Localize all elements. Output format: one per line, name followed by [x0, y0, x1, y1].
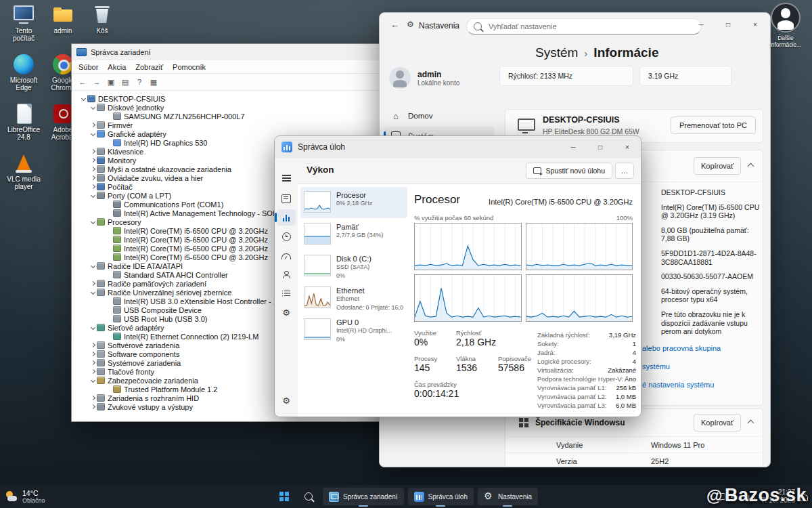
taskbar-app-device-manager[interactable]: Správca zariadení: [323, 488, 404, 505]
controller-icon: [113, 271, 121, 278]
window-button[interactable]: ▣: [104, 76, 118, 89]
minimize-button[interactable]: ─: [687, 13, 715, 36]
cpu-title: Procesor: [414, 193, 460, 207]
rail-item-services[interactable]: [277, 304, 296, 320]
rail-item-performance[interactable]: [277, 209, 296, 226]
rail-item-processes[interactable]: [277, 190, 296, 207]
windows-spec-card: Špecifikácie Windowsu Kopírovať Vydanie …: [505, 408, 763, 467]
computer-button[interactable]: ▦: [147, 76, 160, 89]
tree-expander-icon[interactable]: [89, 343, 97, 347]
taskbar-app-task-manager[interactable]: Správca úloh: [408, 488, 474, 505]
perf-list-item[interactable]: GPU 0 Intel(R) HD Graphi... 0%: [300, 314, 407, 345]
tree-expander-icon[interactable]: [89, 291, 97, 294]
chevron-up-icon[interactable]: [748, 420, 754, 427]
rail-item-menu[interactable]: [277, 170, 296, 186]
settings-link[interactable]: systému: [642, 362, 721, 371]
cpu-stats: Využitie 0% Rýchlosť 2,18 GHz Procesy 14…: [414, 329, 545, 406]
computer-icon: [97, 183, 105, 190]
tree-expander-icon[interactable]: [89, 361, 97, 364]
usb-icon: [97, 289, 105, 296]
desktop-icon[interactable]: LibreOffice 24.8: [5, 103, 43, 152]
computer-icon: [87, 95, 95, 102]
tree-expander-icon[interactable]: [89, 185, 97, 188]
list-button[interactable]: ▤: [118, 76, 132, 89]
breadcrumb-parent[interactable]: Systém: [535, 45, 578, 60]
menu-item[interactable]: Súbor: [74, 63, 103, 71]
run-new-task-button[interactable]: Spustiť novú úlohu: [526, 163, 612, 179]
disk-icon: [97, 104, 105, 111]
user-card[interactable]: admin Lokálne konto: [389, 67, 459, 89]
desktop-icon[interactable]: Microsoft Edge: [5, 54, 43, 103]
tree-expander-icon[interactable]: [89, 167, 97, 171]
rail-item-startup[interactable]: [277, 247, 296, 263]
start-icon: [279, 492, 289, 501]
maximize-button[interactable]: □: [587, 136, 614, 158]
settings-link[interactable]: é nastavenia systému: [642, 381, 721, 389]
menu-item[interactable]: Zobraziť: [131, 63, 168, 71]
search-input[interactable]: [487, 22, 694, 31]
back-button[interactable]: ←: [76, 76, 89, 89]
settings-search[interactable]: [466, 18, 702, 35]
tree-expander-icon[interactable]: [89, 326, 97, 329]
tree-expander-icon[interactable]: [89, 370, 97, 373]
search-button[interactable]: [298, 488, 319, 505]
taskbar: 14°C Oblačno Správca zariadení Správca ú…: [0, 485, 812, 508]
settings-link[interactable]: alebo pracovná skupina: [642, 344, 721, 352]
tree-expander-icon[interactable]: [89, 106, 97, 109]
rename-pc-button[interactable]: Premenovať toto PC: [671, 117, 756, 134]
chevron-up-icon[interactable]: [748, 163, 754, 170]
copy-button[interactable]: Kopírovať: [694, 414, 741, 431]
maximize-button[interactable]: □: [715, 13, 742, 36]
rail-item-users[interactable]: [277, 266, 296, 282]
forward-button[interactable]: →: [90, 76, 104, 89]
rail-item-settings[interactable]: [277, 392, 296, 408]
copy-button[interactable]: Kopírovať: [694, 157, 741, 175]
listing-overlay: Ďalšie informácie...: [766, 3, 805, 48]
perf-list-item[interactable]: Procesor 0% 2,18 GHz: [300, 187, 407, 218]
system-icon: [97, 359, 105, 366]
tree-expander-icon[interactable]: [89, 123, 97, 127]
tree-expander-icon[interactable]: [89, 396, 97, 400]
rail-item-details[interactable]: [277, 285, 296, 301]
tree-expander-icon[interactable]: [89, 405, 97, 408]
tree-expander-icon[interactable]: [89, 150, 97, 153]
weather-widget[interactable]: 14°C Oblačno: [5, 489, 45, 504]
tree-expander-icon[interactable]: [89, 132, 97, 135]
tree-expander-icon[interactable]: [89, 194, 97, 197]
perf-list-item[interactable]: Ethernet Ethernet Odoslané: 0 Prijaté: 1…: [300, 282, 407, 314]
perf-list-item[interactable]: Pamäť 2,7/7,9 GB (34%): [300, 219, 407, 250]
taskbar-app-settings[interactable]: Nastavenia: [478, 488, 538, 505]
start-button[interactable]: [274, 488, 294, 505]
tree-expander-icon[interactable]: [80, 97, 87, 100]
close-button[interactable]: ×: [614, 136, 641, 158]
tree-expander-icon[interactable]: [89, 220, 97, 224]
menu-item[interactable]: Akcia: [103, 63, 131, 71]
menu-item[interactable]: Pomocník: [168, 63, 210, 71]
tree-expander-icon[interactable]: [89, 352, 97, 356]
tree-expander-icon[interactable]: [89, 264, 97, 268]
hid-icon: [97, 394, 105, 402]
more-options-button[interactable]: …: [615, 163, 634, 179]
desktop-icon[interactable]: VLC media player: [5, 152, 43, 202]
rail-item-history[interactable]: [277, 228, 296, 245]
mouse-icon: [97, 165, 105, 173]
task-manager-titlebar[interactable]: Správca úloh ─□×: [275, 136, 641, 158]
storage-icon: [97, 280, 105, 287]
performance-detail: Procesor Intel(R) Core(TM) i5-6500 CPU @…: [407, 184, 641, 417]
seller-avatar[interactable]: [771, 3, 800, 33]
back-icon[interactable]: ←: [390, 20, 399, 30]
tree-expander-icon[interactable]: [89, 282, 97, 285]
folder-icon: [51, 4, 75, 26]
close-button[interactable]: ×: [742, 13, 769, 36]
minimize-button[interactable]: ─: [560, 136, 587, 158]
spec-value: 00330-50630-55077-AAOEM: [661, 272, 760, 281]
spec-value: DESKTOP-CFSIUIS: [661, 188, 760, 197]
help-button[interactable]: ?: [133, 76, 146, 89]
settings-nav-item-home[interactable]: Domov: [384, 106, 494, 125]
tree-expander-icon[interactable]: [89, 158, 97, 162]
perf-thumbnail: [304, 287, 331, 308]
perf-list-item[interactable]: Disk 0 (C:) SSD (SATA) 0%: [300, 251, 407, 282]
tree-expander-icon[interactable]: [89, 176, 97, 179]
desktop-icon[interactable]: Tento počítač: [5, 4, 43, 54]
tree-expander-icon[interactable]: [89, 379, 97, 382]
